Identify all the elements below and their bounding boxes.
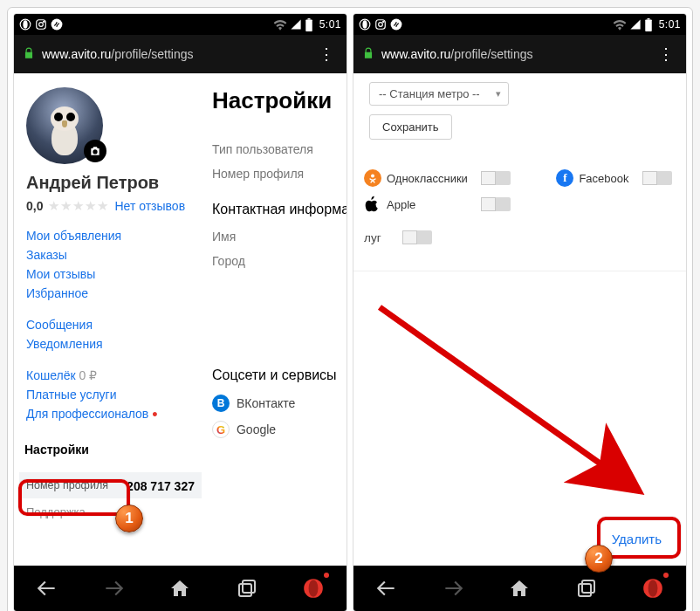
sidebar-item-orders[interactable]: Заказы bbox=[26, 245, 195, 264]
battery-icon bbox=[305, 18, 313, 31]
menu-group-3: Кошелёк0 ₽ Платные услуги Для профессион… bbox=[26, 366, 195, 423]
camera-icon[interactable] bbox=[84, 140, 106, 162]
nav-opera-icon[interactable] bbox=[635, 571, 670, 606]
toggle-apple[interactable] bbox=[481, 197, 511, 211]
sidebar-item-favorites[interactable]: Избранное bbox=[26, 284, 195, 303]
metro-select[interactable]: -- Станция метро -- bbox=[369, 82, 509, 106]
svg-point-1 bbox=[23, 20, 27, 28]
kebab-menu-icon[interactable]: ⋮ bbox=[655, 45, 677, 64]
social-fb[interactable]: f Facebook bbox=[556, 169, 635, 187]
battery-icon bbox=[644, 18, 653, 31]
svg-point-17 bbox=[391, 19, 402, 31]
svg-rect-23 bbox=[579, 584, 591, 596]
sidebar-item-wallet[interactable]: Кошелёк0 ₽ bbox=[26, 366, 195, 385]
toggle-lug[interactable] bbox=[402, 230, 432, 244]
odnoklassniki-icon bbox=[364, 169, 381, 187]
svg-rect-8 bbox=[243, 580, 255, 593]
svg-point-3 bbox=[39, 23, 44, 27]
url-text: www.avito.ru/profile/settings bbox=[381, 47, 655, 61]
instagram-notif-icon bbox=[35, 18, 47, 31]
google-icon: G bbox=[212, 421, 230, 438]
field-user-type: Тип пользователя bbox=[212, 137, 347, 161]
social-vk[interactable]: B ВКонтакте bbox=[212, 390, 347, 416]
urlbar[interactable]: www.avito.ru/profile/settings ⋮ bbox=[14, 35, 347, 73]
nav-tabs-icon[interactable] bbox=[230, 571, 264, 606]
avatar[interactable] bbox=[26, 87, 103, 164]
svg-rect-6 bbox=[307, 18, 310, 20]
svg-point-11 bbox=[308, 580, 318, 597]
owl-image bbox=[45, 106, 84, 155]
social-apple[interactable]: Apple bbox=[364, 196, 474, 213]
svg-rect-19 bbox=[645, 19, 652, 31]
statusbar: 5:01 bbox=[14, 14, 347, 35]
page-title: Настройки bbox=[212, 87, 347, 114]
signal-icon bbox=[629, 18, 642, 31]
sidebar-item-my-reviews[interactable]: Мои отзывы bbox=[26, 264, 195, 284]
navbar bbox=[14, 566, 347, 611]
user-name: Андрей Петров bbox=[26, 173, 195, 193]
svg-rect-9 bbox=[239, 584, 251, 596]
toggle-fb[interactable] bbox=[642, 171, 672, 185]
lug-text: луг bbox=[364, 231, 381, 244]
wifi-icon bbox=[273, 18, 287, 31]
apple-icon bbox=[364, 196, 381, 213]
toggle-ok[interactable] bbox=[481, 171, 511, 185]
opera-notif-icon bbox=[359, 18, 371, 31]
statusbar: 5:01 bbox=[353, 14, 686, 35]
social-google[interactable]: G Google bbox=[212, 416, 347, 443]
nav-back-icon[interactable] bbox=[30, 571, 65, 606]
svg-point-5 bbox=[51, 19, 63, 31]
no-reviews-link[interactable]: Нет отзывов bbox=[114, 199, 185, 213]
sidebar-item-notifications[interactable]: Уведомления bbox=[26, 334, 195, 354]
nav-home-icon[interactable] bbox=[502, 571, 537, 606]
save-button[interactable]: Сохранить bbox=[369, 114, 452, 140]
url-text: www.avito.ru/profile/settings bbox=[42, 47, 315, 61]
phone-left: 5:01 www.avito.ru/profile/settings ⋮ bbox=[13, 13, 347, 611]
sidebar-item-messages[interactable]: Сообщения bbox=[26, 315, 195, 334]
profile-number-box: Номер профиля 208 717 327 bbox=[19, 472, 202, 498]
nav-forward-icon bbox=[436, 571, 470, 606]
svg-rect-7 bbox=[305, 19, 312, 31]
nav-back-icon[interactable] bbox=[369, 571, 404, 606]
urlbar[interactable]: www.avito.ru/profile/settings ⋮ bbox=[353, 35, 686, 73]
svg-point-13 bbox=[362, 20, 367, 28]
rating-row: 0,0 ★★★★★ Нет отзывов bbox=[26, 198, 195, 214]
svg-point-20 bbox=[371, 175, 374, 178]
svg-rect-18 bbox=[647, 18, 649, 20]
nav-forward-icon bbox=[96, 571, 131, 606]
lock-icon bbox=[362, 47, 374, 62]
nav-tabs-icon[interactable] bbox=[569, 571, 604, 606]
svg-point-15 bbox=[379, 23, 383, 27]
svg-rect-22 bbox=[582, 580, 594, 593]
clock: 5:01 bbox=[659, 18, 681, 31]
phone-right: 5:01 www.avito.ru/profile/settings ⋮ -- … bbox=[353, 13, 687, 611]
stars-icon: ★★★★★ bbox=[48, 198, 109, 214]
svg-point-16 bbox=[383, 21, 384, 22]
opera-notif-icon bbox=[19, 18, 31, 31]
sidebar-item-paid[interactable]: Платные услуги bbox=[26, 385, 195, 404]
settings-panel-partial: Настройки Тип пользователя Номер профиля… bbox=[207, 73, 347, 566]
sidebar-item-pro[interactable]: Для профессионалов• bbox=[26, 404, 195, 423]
social-grid: Одноклассники f Facebook Apple bbox=[364, 169, 676, 213]
section-social: Соцсети и сервисы bbox=[212, 367, 347, 383]
nav-home-icon[interactable] bbox=[162, 571, 197, 606]
sidebar-item-my-ads[interactable]: Мои объявления bbox=[26, 226, 195, 245]
delete-link[interactable]: Удалить bbox=[601, 525, 672, 553]
clock: 5:01 bbox=[319, 18, 341, 31]
profile-sidebar: Андрей Петров 0,0 ★★★★★ Нет отзывов Мои … bbox=[14, 73, 207, 566]
social-ok[interactable]: Одноклассники bbox=[364, 169, 474, 187]
red-dot-icon: • bbox=[152, 406, 157, 423]
shazam-notif-icon bbox=[51, 18, 63, 31]
menu-group-2: Сообщения Уведомления bbox=[26, 315, 195, 354]
sidebar-item-settings[interactable]: Настройки bbox=[19, 436, 202, 463]
nav-opera-icon[interactable] bbox=[296, 571, 331, 606]
shazam-notif-icon bbox=[390, 18, 402, 31]
sidebar-item-support[interactable]: Поддержка bbox=[26, 504, 195, 520]
section-contact: Контактная информация bbox=[212, 202, 347, 217]
lock-icon bbox=[23, 47, 35, 62]
kebab-menu-icon[interactable]: ⋮ bbox=[315, 45, 338, 64]
instagram-notif-icon bbox=[374, 18, 387, 31]
facebook-icon: f bbox=[556, 169, 573, 187]
field-city: Город bbox=[212, 249, 347, 273]
field-profile-num: Номер профиля bbox=[212, 161, 347, 186]
